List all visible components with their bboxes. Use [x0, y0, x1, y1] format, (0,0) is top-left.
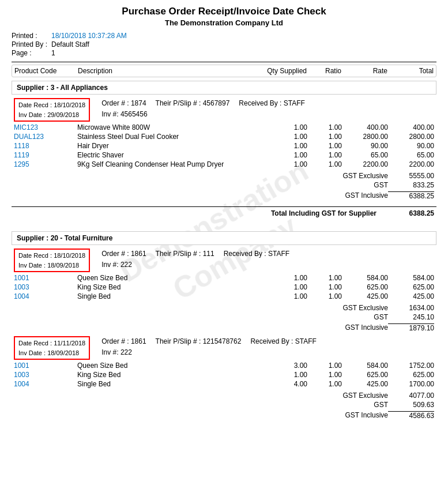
item-ratio: 1.00 — [307, 371, 342, 379]
col-total: Total — [387, 67, 434, 75]
item-desc: 9Kg Self Cleaning Condenser Heat Pump Dr… — [77, 160, 255, 168]
item-qty: 4.00 — [255, 380, 307, 388]
total-supplier-value-0: 6388.25 — [388, 209, 434, 217]
item-rate: 425.00 — [342, 292, 388, 300]
order-info-0-0: Order # : 1874 Their P/Slip # : 4567897 … — [101, 98, 305, 120]
item-ratio: 1.00 — [307, 283, 342, 291]
item-total: 90.00 — [388, 142, 434, 150]
supplier-header-0: Supplier : 3 - All Appliances — [12, 81, 436, 95]
gst-inclusive-value: 4586.63 — [388, 411, 434, 420]
item-row-1-0-2: 1004 Single Bed 1.00 1.00 425.00 425.00 — [12, 292, 436, 301]
gst-label: GST — [330, 181, 388, 189]
gst-inclusive-row: GST Inclusive 4586.63 — [12, 411, 436, 420]
item-qty: 1.00 — [255, 123, 307, 131]
item-desc: Single Bed — [77, 380, 255, 388]
col-rate: Rate — [341, 67, 387, 75]
gst-row: GST 833.25 — [12, 180, 436, 190]
item-code: 1003 — [14, 371, 77, 379]
item-desc: Hair Dryer — [77, 142, 255, 150]
printed-by-label: Printed By : — [12, 40, 49, 48]
gst-label: GST — [330, 401, 388, 409]
pslip-1-0: Their P/Slip # : 111 — [156, 249, 214, 259]
supplier-header-1: Supplier : 20 - Total Furniture — [12, 231, 436, 245]
printed-by-value: Default Staff — [51, 40, 89, 48]
item-rate: 625.00 — [342, 283, 388, 291]
received-by-1-0: Received By : STAFF — [224, 249, 289, 259]
col-qty-supplied: Qty Supplied — [255, 67, 307, 75]
item-ratio: 1.00 — [307, 123, 342, 131]
item-code: 1004 — [14, 380, 77, 388]
item-rate: 584.00 — [342, 274, 388, 282]
page-title: Purchase Order Receipt/Invoice Date Chec… — [12, 6, 436, 17]
item-total: 584.00 — [388, 274, 434, 282]
item-code: 1004 — [14, 292, 77, 300]
page-value: 1 — [51, 49, 55, 57]
item-rate: 400.00 — [342, 123, 388, 131]
item-row-0-0-0: MIC123 Microwave White 800W 1.00 1.00 40… — [12, 123, 436, 132]
item-qty: 1.00 — [255, 151, 307, 159]
date-order-row-1-0: Date Recd : 18/10/2018Inv Date : 18/09/2… — [14, 249, 436, 272]
gst-exclusive-row: GST Exclusive 1634.00 — [12, 303, 436, 313]
col-product-code: Product Code — [14, 67, 78, 75]
inv-no-0-0: Inv #: 4565456 — [101, 110, 147, 118]
gst-value: 245.10 — [388, 313, 434, 321]
item-qty: 1.00 — [255, 371, 307, 379]
item-desc: Single Bed — [77, 292, 255, 300]
pslip-0-0: Their P/Slip # : 4567897 — [156, 98, 230, 109]
inv-no-1-1: Inv #: 222 — [101, 348, 132, 356]
date-order-row-1-1: Date Recd : 11/11/2018Inv Date : 18/09/2… — [14, 336, 436, 360]
column-headers: Product Code Description Qty Supplied Ra… — [12, 65, 436, 77]
supplier-section-0: Supplier : 3 - All AppliancesDate Recd :… — [12, 81, 436, 225]
item-rate: 2800.00 — [342, 133, 388, 141]
gst-inclusive-row: GST Inclusive 6388.25 — [12, 191, 436, 201]
item-total: 65.00 — [388, 151, 434, 159]
item-rate: 2200.00 — [342, 160, 388, 168]
item-row-0-0-4: 1295 9Kg Self Cleaning Condenser Heat Pu… — [12, 160, 436, 169]
item-total: 625.00 — [388, 371, 434, 379]
pslip-1-1: Their P/Slip # : 1215478762 — [156, 336, 242, 347]
received-by-1-1: Received By : STAFF — [250, 336, 316, 347]
item-code: 1001 — [14, 362, 77, 370]
item-desc: Microwave White 800W — [77, 123, 255, 131]
item-code: 1003 — [14, 283, 77, 291]
total-supplier-row-0: Total Including GST for Supplier 6388.25 — [12, 206, 436, 220]
item-total: 425.00 — [388, 292, 434, 300]
item-row-0-0-2: 1118 Hair Dryer 1.00 1.00 90.00 90.00 — [12, 141, 436, 150]
printed-label: Printed : — [12, 32, 49, 40]
gst-exclusive-value: 4077.00 — [388, 392, 434, 400]
date-block-1-1: Date Recd : 11/11/2018Inv Date : 18/09/2… — [14, 336, 90, 360]
gst-exclusive-row: GST Exclusive 4077.00 — [12, 391, 436, 400]
gst-exclusive-value: 1634.00 — [388, 304, 434, 312]
item-desc: King Size Bed — [77, 371, 255, 379]
item-ratio: 1.00 — [307, 151, 342, 159]
item-total: 625.00 — [388, 283, 434, 291]
page-subtitle: The Demonstration Company Ltd — [12, 18, 436, 27]
gst-label: GST — [330, 313, 388, 321]
item-rate: 90.00 — [342, 142, 388, 150]
item-row-0-0-3: 1119 Electric Shaver 1.00 1.00 65.00 65.… — [12, 150, 436, 160]
item-code: 1119 — [14, 151, 77, 159]
gst-inclusive-value: 1879.10 — [388, 323, 434, 332]
item-ratio: 1.00 — [307, 133, 342, 141]
col-ratio: Ratio — [307, 67, 341, 75]
gst-inclusive-label: GST Inclusive — [330, 191, 388, 200]
gst-value: 833.25 — [388, 181, 434, 189]
order-no-1-1: Order # : 1861 — [101, 336, 146, 347]
gst-exclusive-label: GST Exclusive — [330, 392, 388, 400]
item-total: 1752.00 — [388, 362, 434, 370]
gst-row: GST 245.10 — [12, 313, 436, 322]
item-total: 400.00 — [388, 123, 434, 131]
item-ratio: 1.00 — [307, 362, 342, 370]
col-description: Description — [78, 67, 255, 75]
inv-no-1-0: Inv #: 222 — [101, 261, 132, 269]
meta-section: Printed : 18/10/2018 10:37:28 AM Printed… — [12, 32, 436, 57]
order-info-1-1: Order # : 1861 Their P/Slip # : 12154787… — [101, 336, 317, 358]
date-order-row-0-0: Date Recd : 18/10/2018Inv Date : 29/09/2… — [14, 98, 436, 122]
item-qty: 1.00 — [255, 133, 307, 141]
item-ratio: 1.00 — [307, 380, 342, 388]
item-code: 1118 — [14, 142, 77, 150]
suppliers-container: Supplier : 3 - All AppliancesDate Recd :… — [12, 81, 436, 430]
received-by-0-0: Received By : STAFF — [239, 98, 304, 109]
item-row-1-0-0: 1001 Queen Size Bed 1.00 1.00 584.00 584… — [12, 273, 436, 283]
item-code: 1001 — [14, 274, 77, 282]
